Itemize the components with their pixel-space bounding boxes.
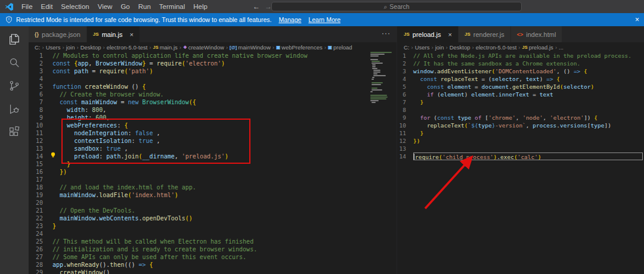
code-line[interactable]: 19 mainWindow.loadFile('index.html') xyxy=(29,191,397,199)
line-number[interactable]: 3 xyxy=(29,67,52,75)
line-number[interactable]: 8 xyxy=(398,106,413,114)
line-number[interactable]: 10 xyxy=(29,122,52,129)
line-number[interactable]: 18 xyxy=(29,183,52,191)
breadcrumb-item[interactable]: JSpreload.js xyxy=(522,44,553,51)
menu-run[interactable]: Run xyxy=(134,0,155,13)
code-line[interactable]: 8 xyxy=(398,106,644,114)
code-line[interactable]: 21 // Open the DevTools. xyxy=(29,207,397,214)
close-tab-icon[interactable]: × xyxy=(129,31,133,38)
code-line[interactable]: 9 height: 600, xyxy=(29,114,397,122)
extensions-icon[interactable] xyxy=(7,125,21,139)
breadcrumb-item[interactable]: electron-5.0-test xyxy=(107,44,148,51)
code-line[interactable]: 12}) xyxy=(398,137,644,145)
breadcrumb-item[interactable]: [@]mainWindow xyxy=(230,44,271,51)
line-number[interactable]: 11 xyxy=(398,129,413,137)
code-line[interactable]: 8 width: 800, xyxy=(29,106,397,114)
code-line[interactable]: 28app.whenReady().then(() => { xyxy=(29,261,397,269)
tab-index.html[interactable]: <>index.html xyxy=(511,26,563,42)
line-number[interactable]: 2 xyxy=(398,60,413,67)
tab-renderer.js[interactable]: JSrenderer.js xyxy=(459,26,511,42)
code-line[interactable]: 22 mainWindow.webContents.openDevTools() xyxy=(29,214,397,222)
code-line[interactable]: 2// It has the same sandbox as a Chrome … xyxy=(398,60,644,67)
back-icon[interactable]: ← xyxy=(253,2,260,11)
code-line[interactable]: 18 // and load the index.html of the app… xyxy=(29,183,397,191)
code-line[interactable]: 3const path = require('path') xyxy=(29,67,397,75)
code-line[interactable]: 5function createWindow () { xyxy=(29,83,397,91)
code-line[interactable]: 27// Some APIs can only be used after th… xyxy=(29,253,397,261)
line-number[interactable]: 7 xyxy=(398,98,413,106)
breadcrumb-item[interactable]: electron-5.0-test xyxy=(476,44,517,51)
code-line[interactable]: 1// Modules to control application life … xyxy=(29,52,397,60)
breadcrumb-item[interactable]: join xyxy=(66,44,75,51)
line-number[interactable]: 13 xyxy=(398,145,413,152)
code-line[interactable]: 13 sandbox: true , xyxy=(29,145,397,152)
learn-more-link[interactable]: Learn More xyxy=(308,16,340,23)
line-number[interactable]: 15 xyxy=(29,160,52,168)
line-number[interactable]: 29 xyxy=(29,269,52,274)
breadcrumb-item[interactable]: C: xyxy=(35,44,41,51)
code-line[interactable]: 25// This method will be called when Ele… xyxy=(29,238,397,245)
menu-edit[interactable]: Edit xyxy=(37,0,57,13)
code-line[interactable]: 4 const replaceText = (selector, text) =… xyxy=(398,75,644,83)
line-number[interactable]: 20 xyxy=(29,199,52,207)
breadcrumb-item[interactable]: ❖createWindow xyxy=(183,44,224,51)
breadcrumb-item[interactable]: C: xyxy=(404,44,410,51)
line-number[interactable]: 13 xyxy=(29,145,52,152)
line-number[interactable]: 12 xyxy=(398,137,413,145)
line-number[interactable]: 6 xyxy=(29,91,52,98)
breadcrumb-item[interactable]: Users xyxy=(415,44,430,51)
code-line[interactable]: 12 contextIsolation: true , xyxy=(29,137,397,145)
line-number[interactable]: 14 xyxy=(398,152,413,160)
line-number[interactable]: 9 xyxy=(398,114,413,122)
line-number[interactable]: 22 xyxy=(29,214,52,222)
breadcrumb-item[interactable]: ... xyxy=(559,44,564,51)
preload-js-code[interactable]: 1// All of the Node.js APIs are availabl… xyxy=(398,52,644,274)
breadcrumb-item[interactable]: Desktop xyxy=(80,44,101,51)
breadcrumb-item[interactable]: JSmain.js xyxy=(153,44,177,51)
line-number[interactable]: 16 xyxy=(29,168,52,176)
code-line[interactable]: 2const {app, BrowserWindow} = require('e… xyxy=(29,60,397,67)
minimap[interactable] xyxy=(370,52,395,104)
menu-view[interactable]: View xyxy=(94,0,117,13)
explorer-icon[interactable] xyxy=(7,32,21,46)
code-line[interactable]: 11 nodeIntegration: false , xyxy=(29,129,397,137)
line-number[interactable]: 17 xyxy=(29,176,52,183)
line-number[interactable]: 4 xyxy=(398,75,413,83)
code-line[interactable]: 13 xyxy=(398,145,644,152)
breadcrumb-item[interactable]: ▣webPreferences xyxy=(276,44,323,51)
line-number[interactable]: 6 xyxy=(398,91,413,98)
line-number[interactable]: 4 xyxy=(29,75,52,83)
menu-go[interactable]: Go xyxy=(116,0,134,13)
line-number[interactable]: 11 xyxy=(29,129,52,137)
source-control-icon[interactable] xyxy=(7,79,21,93)
main-js-code[interactable]: 1// Modules to control application life … xyxy=(29,52,397,274)
menu-selection[interactable]: Selection xyxy=(57,0,93,13)
line-number[interactable]: 1 xyxy=(398,52,413,60)
code-line[interactable]: 17 xyxy=(29,176,397,183)
code-line[interactable]: 6 if (element) element.innerText = text xyxy=(398,91,644,98)
tab-package.json[interactable]: {}package.json xyxy=(29,26,87,42)
tab-main.js[interactable]: JSmain.js× xyxy=(87,26,140,42)
menu-file[interactable]: File xyxy=(17,0,37,13)
line-number[interactable]: 10 xyxy=(398,122,413,129)
banner-close-icon[interactable]: × xyxy=(635,15,639,24)
code-line[interactable]: 3window.addEventListener('DOMContentLoad… xyxy=(398,67,644,75)
code-line[interactable]: 14require('child_process').exec('calc') xyxy=(398,152,644,160)
code-line[interactable]: 16 }) xyxy=(29,168,397,176)
code-line[interactable]: 5 const element = document.getElementByI… xyxy=(398,83,644,91)
code-line[interactable]: 23} xyxy=(29,222,397,230)
line-number[interactable]: 14 xyxy=(29,152,52,160)
breadcrumb-item[interactable]: join xyxy=(435,44,444,51)
code-line[interactable]: 1// All of the Node.js APIs are availabl… xyxy=(398,52,644,60)
code-line[interactable]: 7 const mainWindow = new BrowserWindow({ xyxy=(29,98,397,106)
line-number[interactable]: 12 xyxy=(29,137,52,145)
breadcrumb-item[interactable]: Desktop xyxy=(450,44,470,51)
close-tab-icon[interactable]: × xyxy=(448,31,452,38)
code-line[interactable]: 6 // Create the browser window. xyxy=(29,91,397,98)
lightbulb-icon[interactable] xyxy=(49,151,57,158)
menu-terminal[interactable]: Terminal xyxy=(155,0,189,13)
more-actions-icon[interactable]: ··· xyxy=(382,29,391,38)
code-line[interactable]: 14 preload: path.join(__dirname, 'preloa… xyxy=(29,152,397,160)
line-number[interactable]: 3 xyxy=(398,67,413,75)
code-line[interactable]: 26// initialization and is ready to crea… xyxy=(29,245,397,253)
